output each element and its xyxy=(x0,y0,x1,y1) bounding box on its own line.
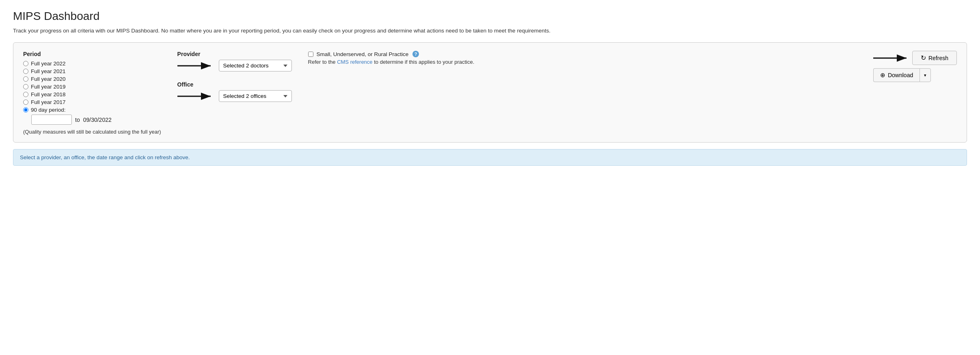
period-option-fy2021[interactable]: Full year 2021 xyxy=(23,68,161,74)
actions-section: ↻ Refresh ⊕ Download ▾ xyxy=(873,51,957,82)
period-radio-fy2019[interactable] xyxy=(23,84,28,89)
download-icon: ⊕ xyxy=(880,71,885,79)
period-radio-fy2017[interactable] xyxy=(23,100,28,105)
provider-arrow-annotation xyxy=(177,62,214,70)
page-title: MIPS Dashboard xyxy=(13,10,967,23)
download-chevron-icon: ▾ xyxy=(924,73,926,78)
small-practice-row: Small, Underserved, or Rural Practice ? xyxy=(308,51,857,57)
help-icon[interactable]: ? xyxy=(412,51,419,57)
small-practice-label: Small, Underserved, or Rural Practice xyxy=(317,51,409,57)
refresh-row: ↻ Refresh xyxy=(873,51,957,65)
office-row: Selected 2 offices xyxy=(177,90,292,102)
period-option-fy2022[interactable]: Full year 2022 xyxy=(23,61,161,67)
date-range-row: 07/03/2022 to 09/30/2022 xyxy=(31,115,161,125)
period-radio-fy2022[interactable] xyxy=(23,61,28,66)
info-banner-text: Select a provider, an office, the date r… xyxy=(20,154,190,160)
cms-ref-prefix: Refer to the xyxy=(308,59,336,65)
cms-reference-link[interactable]: CMS reference xyxy=(337,59,372,65)
info-banner: Select a provider, an office, the date r… xyxy=(13,149,967,166)
provider-office-section: Provider Selected 2 doctors xyxy=(177,51,292,102)
date-to-value: 09/30/2022 xyxy=(83,117,112,123)
office-block: Office Selected 2 offices xyxy=(177,81,292,102)
period-label-fy2019: Full year 2019 xyxy=(31,84,66,90)
period-option-fy2017[interactable]: Full year 2017 xyxy=(23,99,161,105)
download-button-group: ⊕ Download ▾ xyxy=(873,68,957,82)
provider-block: Provider Selected 2 doctors xyxy=(177,51,292,71)
small-practice-checkbox[interactable] xyxy=(308,52,313,57)
period-label-fy2018: Full year 2018 xyxy=(31,91,66,97)
refresh-button[interactable]: ↻ Refresh xyxy=(912,51,957,65)
quality-note: (Quality measures will still be calculat… xyxy=(23,129,161,135)
provider-dropdown[interactable]: Selected 2 doctors xyxy=(219,60,292,71)
small-practice-section: Small, Underserved, or Rural Practice ? … xyxy=(308,51,857,65)
cms-reference-text: Refer to the CMS reference to determine … xyxy=(308,59,857,65)
period-option-fy2019[interactable]: Full year 2019 xyxy=(23,84,161,90)
download-button[interactable]: ⊕ Download xyxy=(873,68,920,82)
office-dropdown[interactable]: Selected 2 offices xyxy=(219,90,292,102)
period-label: Period xyxy=(23,51,161,57)
refresh-icon: ↻ xyxy=(921,54,926,62)
refresh-arrow-annotation xyxy=(873,54,910,62)
period-section: Period Full year 2022 Full year 2021 Ful… xyxy=(23,51,161,135)
filter-panel: Period Full year 2022 Full year 2021 Ful… xyxy=(13,42,967,143)
provider-row: Selected 2 doctors xyxy=(177,60,292,71)
office-section-label: Office xyxy=(177,81,292,88)
period-label-fy2020: Full year 2020 xyxy=(31,76,66,82)
download-label: Download xyxy=(888,72,913,78)
date-from-input[interactable]: 07/03/2022 xyxy=(31,115,72,125)
provider-section-label: Provider xyxy=(177,51,292,57)
date-to-label: to xyxy=(75,117,80,123)
period-radio-90day[interactable] xyxy=(23,107,28,113)
period-label-fy2022: Full year 2022 xyxy=(31,61,66,67)
period-option-fy2020[interactable]: Full year 2020 xyxy=(23,76,161,82)
page-description: Track your progress on all criteria with… xyxy=(13,27,581,35)
office-arrow-annotation xyxy=(177,92,214,100)
period-radio-fy2020[interactable] xyxy=(23,76,28,82)
period-label-90day: 90 day period: xyxy=(31,107,66,113)
period-radio-fy2018[interactable] xyxy=(23,92,28,97)
period-radio-fy2021[interactable] xyxy=(23,69,28,74)
period-label-fy2021: Full year 2021 xyxy=(31,68,66,74)
refresh-label: Refresh xyxy=(928,55,948,61)
period-option-90day[interactable]: 90 day period: xyxy=(23,107,161,113)
cms-ref-suffix: to determine if this applies to your pra… xyxy=(374,59,474,65)
download-dropdown-button[interactable]: ▾ xyxy=(920,68,931,82)
period-label-fy2017: Full year 2017 xyxy=(31,99,66,105)
period-option-fy2018[interactable]: Full year 2018 xyxy=(23,91,161,97)
